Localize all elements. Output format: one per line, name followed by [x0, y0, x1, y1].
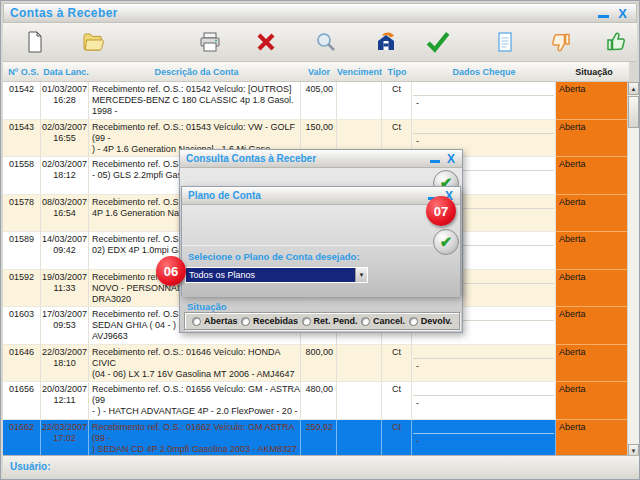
cell-date: 17/03/2007: [41, 309, 88, 320]
cell-tipo: Ct: [382, 420, 412, 458]
radio-icon: [192, 317, 201, 326]
close-icon[interactable]: X: [618, 7, 627, 20]
situacao-groupbox: Abertas Recebidas Ret. Pend. Cancel. Dev…: [184, 312, 460, 330]
cell-time: 16:28: [41, 95, 88, 106]
cell-date: 08/03/2007: [41, 197, 88, 208]
header-tipo: Tipo: [382, 67, 412, 77]
cell-time: 18:12: [41, 170, 88, 181]
cheque-value: -: [412, 396, 555, 409]
table-scrollbar[interactable]: ▲ ▼: [627, 82, 639, 457]
cell-time: 17:02: [41, 433, 88, 444]
search-icon[interactable]: [312, 28, 340, 56]
window-title: Contas à Receber: [4, 6, 118, 20]
table-row[interactable]: 01656 20/03/2007 12:11 Recebimento ref. …: [3, 382, 629, 420]
confirm-icon[interactable]: [424, 28, 452, 56]
radio-abertas[interactable]: Abertas: [192, 316, 238, 326]
cell-time: 09:42: [41, 245, 88, 256]
cell-desc: Recebimento ref. O.S.: 01646 Veículo: HO…: [89, 345, 301, 383]
user-label: Usuário:: [3, 456, 639, 472]
table-row[interactable]: 01662 22/03/2007 17:02 Recebimento ref. …: [3, 420, 629, 458]
cell-date: 02/03/2007: [41, 122, 88, 133]
thumbs-down-icon[interactable]: [547, 28, 575, 56]
statusbar: Usuário:: [3, 455, 639, 477]
header-situacao: Situação: [556, 67, 629, 77]
cell-valor: 405,00: [301, 82, 337, 120]
table-row[interactable]: 01646 22/03/2007 18:10 Recebimento ref. …: [3, 345, 629, 383]
radio-recebidas[interactable]: Recebidas: [241, 316, 298, 326]
cheque-value: -: [412, 96, 555, 109]
cell-time: 12:11: [41, 395, 88, 406]
plano-select-panel: Selecione o Plano de Conta desejado: Tod…: [182, 245, 460, 297]
table-row[interactable]: 01542 01/03/2007 16:28 Recebimento ref. …: [3, 82, 629, 120]
cell-tipo: Ct: [382, 82, 412, 120]
cell-tipo: Ct: [382, 382, 412, 420]
cell-venc: [337, 382, 382, 420]
cell-os: 01603: [3, 307, 41, 345]
cell-situacao: Aberta: [556, 157, 629, 195]
combobox-arrow-icon[interactable]: ▼: [355, 268, 367, 282]
thumbs-up-icon[interactable]: [602, 28, 630, 56]
cell-date: 20/03/2007: [41, 384, 88, 395]
cell-time: 16:55: [41, 133, 88, 144]
consulta-close-icon[interactable]: X: [447, 153, 455, 165]
cell-tipo: Ct: [382, 345, 412, 383]
header-desc: Descrição da Conta: [89, 67, 301, 77]
new-document-icon[interactable]: [21, 28, 49, 56]
cell-os: 01558: [3, 157, 41, 195]
cell-time: 11:33: [41, 283, 88, 294]
cell-venc: [337, 345, 382, 383]
cell-os: 01662: [3, 420, 41, 458]
report-icon[interactable]: [491, 28, 519, 56]
cell-date: 19/03/2007: [41, 272, 88, 283]
radio-devolv[interactable]: Devolv.: [409, 316, 452, 326]
cell-desc: Recebimento ref. O.S.: 01656 Veículo: GM…: [89, 382, 301, 420]
scroll-up-icon[interactable]: ▲: [628, 82, 639, 95]
cell-situacao: Aberta: [556, 232, 629, 270]
cell-situacao: Aberta: [556, 120, 629, 158]
cell-situacao: Aberta: [556, 345, 629, 383]
cell-desc: Recebimento ref. O.S.: 01542 Veículo: [O…: [89, 82, 301, 120]
delete-icon[interactable]: [252, 28, 280, 56]
header-date: Data Lanc.: [41, 67, 89, 77]
table-header: Nº O.S. Data Lanc. Descrição da Conta Va…: [3, 62, 629, 82]
scrollbar-thumb[interactable]: [628, 96, 639, 128]
cell-os: 01656: [3, 382, 41, 420]
plano-dialog: Plano de Conta X ✔ Selecione o Plano de …: [181, 186, 461, 296]
cell-valor: 800,00: [301, 345, 337, 383]
consulta-title: Consulta Contas à Receber: [186, 153, 316, 164]
plano-title: Plano de Conta: [188, 190, 261, 201]
step-badge-07: 07: [426, 196, 456, 226]
cheque-divider: [413, 82, 554, 96]
cell-venc: [337, 420, 382, 458]
print-icon[interactable]: [196, 28, 224, 56]
radio-icon: [409, 317, 418, 326]
plano-confirm-button[interactable]: ✔: [433, 229, 459, 255]
radio-icon: [302, 317, 311, 326]
cell-os: 01578: [3, 195, 41, 233]
bank-icon[interactable]: [372, 28, 400, 56]
cheque-value: -: [412, 134, 555, 147]
header-venc: Vencimento: [337, 67, 382, 77]
cell-valor: 480,00: [301, 382, 337, 420]
cheque-value: -: [412, 359, 555, 372]
minimize-icon[interactable]: [598, 15, 609, 18]
cell-date: 22/03/2007: [41, 347, 88, 358]
radio-ret-pend[interactable]: Ret. Pend.: [302, 316, 358, 326]
plano-combobox[interactable]: Todos os Planos ▼: [185, 267, 368, 283]
cell-os: 01543: [3, 120, 41, 158]
open-folder-icon[interactable]: [79, 28, 107, 56]
header-os: Nº O.S.: [3, 67, 41, 77]
cell-os: 01646: [3, 345, 41, 383]
cell-situacao: Aberta: [556, 82, 629, 120]
cell-venc: [337, 82, 382, 120]
window-titlebar: Contas à Receber X: [3, 3, 637, 23]
step-badge-06: 06: [156, 256, 186, 286]
plano-combobox-value: Todos os Planos: [186, 268, 355, 282]
consulta-minimize-icon[interactable]: [430, 160, 440, 163]
radio-cancel[interactable]: Cancel.: [361, 316, 405, 326]
situacao-label: Situação: [187, 301, 227, 312]
app-window: Contas à Receber X: [0, 0, 640, 480]
cell-date: 22/03/2007: [41, 422, 88, 433]
cheque-divider: [413, 420, 554, 434]
cell-os: 01592: [3, 270, 41, 308]
